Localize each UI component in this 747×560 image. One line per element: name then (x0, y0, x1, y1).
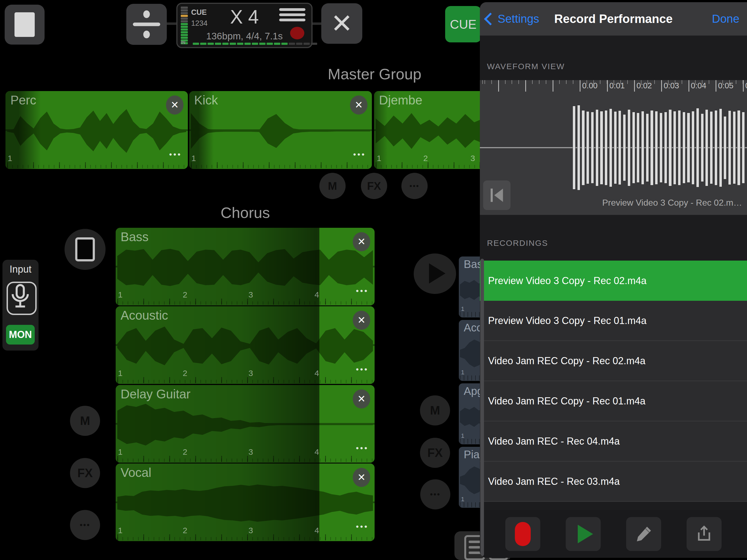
divide-button[interactable] (126, 4, 167, 45)
stop-icon (75, 237, 95, 261)
share-button[interactable] (687, 517, 722, 551)
stop-icon (15, 12, 35, 37)
record-indicator-icon (290, 27, 304, 40)
recordings-list: Preview Video 3 Copy - Rec 02.m4aPreview… (480, 261, 747, 502)
close-icon[interactable]: ✕ (353, 389, 370, 408)
mic-input-button[interactable] (6, 282, 36, 315)
menu-icon[interactable] (279, 8, 305, 24)
multiply-button[interactable]: ✕ (321, 3, 362, 44)
recording-item[interactable]: Video Jam REC - Rec 03.m4a (480, 462, 747, 502)
play-button[interactable] (566, 517, 601, 551)
skip-back-icon (489, 187, 505, 203)
multiply-icon: ✕ (321, 3, 362, 44)
chorus-fx-button[interactable]: FX (70, 458, 100, 488)
transport-stop-button[interactable] (5, 5, 45, 45)
waveform (191, 106, 370, 156)
close-icon[interactable]: ✕ (166, 96, 183, 114)
settings-back-button[interactable]: Settings (486, 12, 539, 25)
more-options-icon[interactable]: ••• (169, 150, 182, 159)
loop-progress-bar (193, 43, 318, 45)
track-label: Kick (194, 93, 218, 107)
close-icon[interactable]: ✕ (353, 311, 370, 330)
track-label: Djembe (379, 93, 422, 107)
chevron-left-icon (484, 12, 497, 25)
group-fx-button[interactable]: FX (420, 438, 450, 468)
master-mute-button[interactable]: M (319, 173, 345, 199)
record-performance-panel: Record Performance Settings Done WAVEFOR… (480, 2, 747, 558)
tempo-display[interactable]: IN CUE 1234 X 4 136bpm, 4/4, 7.1s (176, 3, 312, 48)
track-label: Vocal (121, 465, 152, 480)
close-icon[interactable]: ✕ (350, 96, 367, 114)
input-panel: Input MON (2, 260, 38, 351)
track-label: Perc (10, 93, 36, 107)
group-play-button[interactable] (414, 253, 456, 294)
more-options-icon[interactable]: ••• (356, 286, 368, 296)
cue-button[interactable]: CUE (445, 6, 481, 42)
close-icon[interactable]: ✕ (353, 232, 370, 251)
monitor-button[interactable]: MON (6, 325, 35, 345)
track-tile-bass[interactable]: Bass ✕ ••• 1234 (115, 228, 375, 305)
connector-line (311, 22, 322, 25)
close-icon[interactable]: ✕ (353, 468, 370, 487)
recording-waveform (573, 104, 747, 192)
pencil-icon (635, 525, 653, 543)
play-icon (429, 263, 445, 284)
waveform-view-label: WAVEFORM VIEW (487, 62, 565, 71)
track-tile-kick[interactable]: Kick ✕ ••• 1 (189, 91, 372, 169)
track-label: Bass (121, 229, 149, 244)
more-options-icon[interactable]: ••• (356, 365, 368, 374)
divide-icon (143, 10, 150, 18)
waveform-view[interactable]: 0.000:010:020:030:040:050:0 Preview Vide… (480, 80, 747, 215)
more-options-icon[interactable]: ••• (356, 522, 368, 531)
track-label: Delay Guitar (121, 387, 190, 401)
master-more-button[interactable]: ••• (402, 173, 428, 199)
track-label: Acoustic (121, 308, 168, 323)
microphone-icon (8, 283, 32, 311)
chorus-more-button[interactable]: ••• (70, 510, 100, 540)
skip-to-start-button[interactable] (483, 180, 511, 210)
master-fx-button[interactable]: FX (361, 173, 387, 199)
track-tile-vocal[interactable]: Vocal ✕ ••• 1234 (115, 463, 375, 541)
record-icon (515, 522, 531, 546)
more-options-icon[interactable]: ••• (356, 443, 368, 453)
chorus-mute-button[interactable]: M (70, 406, 100, 436)
current-recording-name: Preview Video 3 Copy - Rec 02.m… (602, 198, 742, 208)
rename-button[interactable] (626, 517, 661, 551)
recordings-label: RECORDINGS (487, 238, 548, 248)
connector-line (166, 22, 178, 25)
panel-toolbar (480, 510, 747, 558)
done-button[interactable]: Done (712, 12, 739, 25)
group-mute-button[interactable]: M (420, 396, 450, 426)
track-tile-perc[interactable]: Perc ✕ ••• 1 (5, 91, 188, 169)
record-button[interactable] (505, 517, 540, 551)
track-tile-acoustic[interactable]: Acoustic ✕ ••• 1234 (115, 306, 375, 384)
play-icon (578, 525, 593, 543)
scrollbar[interactable] (481, 259, 484, 556)
share-icon (696, 526, 713, 542)
master-group-title: Master Group (297, 65, 453, 83)
track-tile-delay-guitar[interactable]: Delay Guitar ✕ ••• 1234 (115, 385, 375, 463)
more-options-icon[interactable]: ••• (353, 150, 366, 159)
recording-item[interactable]: Video Jam REC Copy - Rec 01.m4a (480, 381, 747, 422)
chorus-title: Chorus (164, 204, 327, 222)
panel-header: Record Performance Settings Done (480, 2, 747, 35)
input-label: Input (2, 263, 38, 275)
recording-item[interactable]: Video Jam REC - Rec 04.m4a (480, 422, 747, 462)
time-ruler: 0.000:010:020:030:040:050:0 (480, 80, 747, 93)
group-more-button[interactable]: ••• (420, 479, 450, 509)
chorus-stop-button[interactable] (65, 229, 106, 270)
recording-item[interactable]: Preview Video 3 Copy - Rec 02.m4a (480, 261, 747, 301)
recording-item[interactable]: Video Jam REC Copy - Rec 02.m4a (480, 341, 747, 381)
recording-item[interactable]: Preview Video 3 Copy - Rec 01.m4a (480, 301, 747, 341)
